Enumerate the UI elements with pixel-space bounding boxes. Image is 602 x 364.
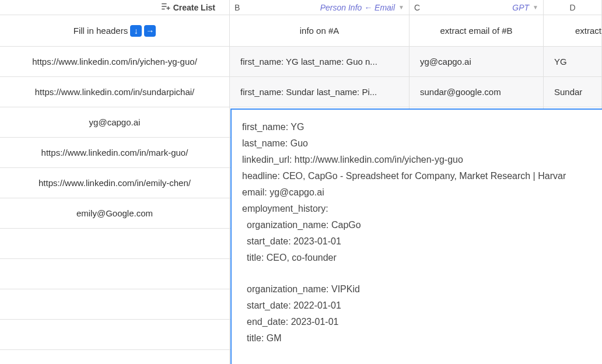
detail-line: first_name: YG: [242, 119, 592, 135]
column-tag-b: Person Info ← Email: [320, 3, 395, 12]
cell-d[interactable]: YG: [544, 47, 602, 77]
cell-a[interactable]: [0, 289, 230, 320]
column-subheader-b[interactable]: info on #A: [230, 15, 410, 47]
column-letter: D: [569, 3, 575, 12]
fill-right-button[interactable]: →: [144, 25, 156, 37]
detail-line: organization_name: CapGo: [242, 217, 592, 233]
cell-a[interactable]: [0, 320, 230, 350]
create-list-button[interactable]: Create List: [0, 0, 230, 15]
column-tag-c: GPT: [512, 3, 529, 12]
detail-line: employment_history:: [242, 201, 592, 217]
create-list-label: Create List: [173, 3, 215, 12]
cell-a[interactable]: https://www.linkedin.com/in/emily-chen/: [0, 168, 230, 198]
column-subheader-c[interactable]: extract email of #B: [410, 15, 544, 47]
detail-line: headline: CEO, CapGo - Spreadsheet for C…: [242, 168, 592, 184]
cell-a[interactable]: https://www.linkedin.com/in/yichen-yg-gu…: [0, 47, 230, 77]
cell-a[interactable]: [0, 259, 230, 289]
cell-a[interactable]: yg@capgo.ai: [0, 107, 230, 138]
column-letter: C: [414, 3, 420, 12]
detail-line: organization_name: VIPKid: [242, 281, 592, 298]
column-header-d[interactable]: D: [544, 0, 602, 15]
detail-line: end_date: 2023-01-01: [242, 314, 592, 330]
detail-line: last_name: Guo: [242, 135, 592, 152]
cell-c[interactable]: yg@capgo.ai: [410, 47, 544, 77]
cell-a[interactable]: [0, 350, 230, 364]
detail-line: start_date: 2023-01-01: [242, 233, 592, 250]
fill-down-button[interactable]: ↓: [130, 25, 142, 37]
column-header-c[interactable]: C GPT ▼: [410, 0, 544, 15]
detail-line: start_date: 2022-01-01: [242, 298, 592, 314]
detail-line: title: CEO, co-founder: [242, 250, 592, 266]
fill-headers-label: Fill in headers: [74, 26, 128, 36]
spreadsheet-grid: Create List B Person Info ← Email ▼ C GP…: [0, 0, 602, 364]
cell-a[interactable]: emily@Google.com: [0, 198, 230, 229]
column-subheader-d[interactable]: extract: [544, 15, 602, 47]
cell-a[interactable]: https://www.linkedin.com/in/mark-guo/: [0, 138, 230, 168]
detail-line: email: yg@capgo.ai: [242, 184, 592, 201]
column-header-b[interactable]: B Person Info ← Email ▼: [230, 0, 410, 15]
detail-spacer: [242, 266, 592, 281]
cell-b[interactable]: first_name: Sundar last_name: Pi...: [230, 77, 410, 107]
column-letter: B: [235, 3, 240, 12]
chevron-down-icon[interactable]: ▼: [533, 4, 538, 10]
list-add-icon: [160, 1, 171, 13]
cell-a[interactable]: [0, 229, 230, 259]
detail-line: title: GM: [242, 330, 592, 346]
fill-headers-cell: Fill in headers ↓ →: [0, 15, 230, 47]
cell-d[interactable]: Sundar: [544, 77, 602, 107]
cell-a[interactable]: https://www.linkedin.com/in/sundarpichai…: [0, 77, 230, 107]
chevron-down-icon[interactable]: ▼: [398, 4, 404, 10]
cell-b[interactable]: first_name: YG last_name: Guo n...: [230, 47, 410, 77]
cell-detail-popover[interactable]: first_name: YG last_name: Guo linkedin_u…: [230, 108, 602, 364]
detail-line: linkedin_url: http://www.linkedin.com/in…: [242, 152, 592, 168]
cell-c[interactable]: sundar@google.com: [410, 77, 544, 107]
